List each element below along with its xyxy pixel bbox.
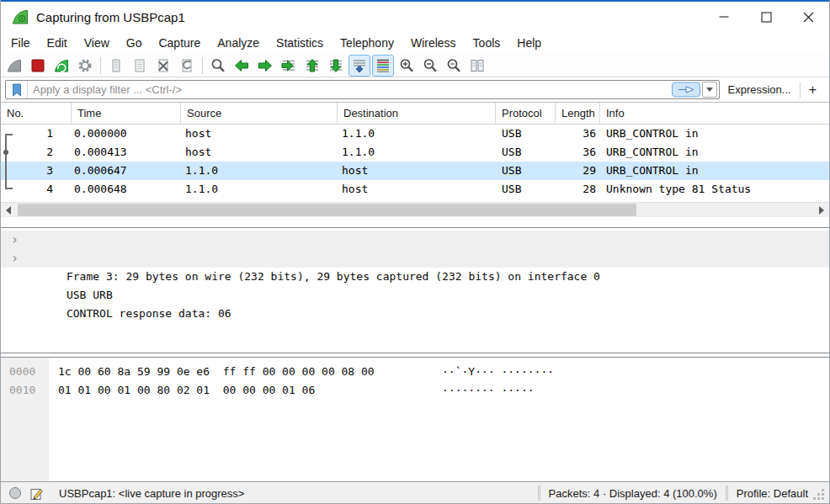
add-filter-button[interactable]: + [801,82,825,98]
column-header-info[interactable]: Info [600,103,829,124]
column-header-destination[interactable]: Destination [338,103,496,124]
menu-wireless[interactable]: Wireless [402,32,465,54]
statusbar-separator [726,485,728,501]
cell-time: 0.000647 [72,162,181,180]
detail-text: CONTROL response data: 06 [67,307,231,320]
zoom-out-button[interactable] [420,56,440,76]
cell-info: URB_CONTROL in [600,143,829,162]
hex-ascii-text: ········ ····· [442,381,535,400]
expand-arrow-icon[interactable]: › [11,231,19,249]
cell-destination: host [338,162,496,180]
go-forward-button[interactable] [255,56,275,76]
resize-columns-button[interactable] [467,56,487,76]
packet-bytes-pane: 0000 1c 00 60 8a 59 99 0e e6 ff ff 00 00… [1,357,829,481]
column-header-time[interactable]: Time [72,103,181,124]
open-file-button[interactable] [106,56,126,76]
find-packet-button[interactable] [208,56,228,76]
back-arrow-icon [233,57,250,74]
close-file-button[interactable] [153,56,173,76]
statusbar-separator [538,485,540,501]
cell-destination: host [338,180,496,199]
detail-row-control-response[interactable]: CONTROL response data: 06 [1,268,829,286]
close-button[interactable] [787,2,829,32]
stop-capture-button[interactable] [28,56,48,76]
hex-line-0000[interactable]: 0000 1c 00 60 8a 59 99 0e e6 ff ff 00 00… [1,363,829,381]
packet-row-1[interactable]: 1 0.000000 host 1.1.0 USB 36 URB_CONTROL… [1,125,829,143]
close-icon [803,12,814,23]
menu-tools[interactable]: Tools [465,32,509,54]
display-filter-input[interactable] [28,83,671,96]
capture-comment-button[interactable] [29,486,44,501]
capture-options-button[interactable] [75,56,95,76]
column-header-no[interactable]: No. [1,103,72,124]
menu-help[interactable]: Help [508,32,550,54]
expand-arrow-icon[interactable]: › [11,249,19,268]
restart-capture-button[interactable] [51,56,72,76]
column-header-source[interactable]: Source [181,103,338,124]
minimize-icon [719,12,729,22]
detail-row-frame[interactable]: › Frame 3: 29 bytes on wire (232 bits), … [1,231,829,249]
expression-button[interactable]: Expression... [728,83,791,96]
packet-row-3-selected[interactable]: 3 0.000647 1.1.0 host USB 29 URB_CONTROL… [1,162,829,180]
menu-view[interactable]: View [76,32,118,54]
menu-analyze[interactable]: Analyze [209,32,268,54]
stop-capture-icon [29,57,46,74]
horizontal-scrollbar[interactable] [1,202,829,217]
column-header-length[interactable]: Length [556,103,600,124]
find-icon [210,57,226,74]
menu-statistics[interactable]: Statistics [268,32,332,54]
go-to-packet-button[interactable] [279,56,299,76]
scrollbar-thumb[interactable] [18,204,636,216]
menu-telephony[interactable]: Telephony [332,32,402,54]
hex-offset-label: 0010 [9,381,35,400]
save-file-icon [131,57,148,74]
zoom-normal-button[interactable] [444,56,464,76]
packet-details-pane: › Frame 3: 29 bytes on wire (232 bits), … [1,227,829,353]
go-last-packet-button[interactable] [326,56,346,76]
cell-no: 1 [1,125,72,143]
hex-ascii-text: ··`·Y··· ········ [442,363,554,381]
reload-file-button[interactable] [177,56,197,76]
cell-length: 28 [556,180,600,199]
detail-row-usb-urb[interactable]: › USB URB [1,249,829,268]
zoom-out-icon [422,57,439,74]
menu-capture[interactable]: Capture [150,32,209,54]
display-filter-box [5,80,720,99]
packet-row-4[interactable]: 4 0.000648 1.1.0 host USB 28 Unknown typ… [1,180,829,199]
menu-edit[interactable]: Edit [39,32,76,54]
colorize-toggle[interactable] [373,56,393,76]
cell-length: 36 [556,125,600,143]
minimize-button[interactable] [703,2,745,32]
zoom-in-button[interactable] [396,56,417,76]
zoom-in-icon [398,57,415,74]
maximize-icon [761,12,772,23]
packet-row-2[interactable]: 2 0.000413 host 1.1.0 USB 36 URB_CONTROL… [1,143,829,162]
cell-length: 36 [556,143,600,162]
column-header-protocol[interactable]: Protocol [496,103,556,124]
scroll-left-button[interactable] [1,203,16,217]
go-back-button[interactable] [231,56,252,76]
apply-filter-button[interactable] [671,82,701,98]
expert-info-button[interactable] [8,486,22,500]
start-capture-button[interactable] [4,56,24,76]
maximize-button[interactable] [745,2,787,32]
scroll-right-button[interactable] [814,203,829,217]
cell-protocol: USB [496,162,556,180]
cell-time: 0.000648 [72,180,181,199]
save-file-button[interactable] [130,56,150,76]
toolbar-separator [202,57,203,74]
filter-dropdown-button[interactable] [702,82,717,98]
profile-button[interactable]: Profile: Default [737,487,808,500]
filter-bar: Expression... + [1,77,829,103]
auto-scroll-toggle[interactable] [349,56,370,76]
go-first-packet-button[interactable] [302,56,322,76]
open-file-icon [108,57,125,74]
menu-file[interactable]: File [3,32,39,54]
filter-bookmark-button[interactable] [6,81,28,98]
menu-go[interactable]: Go [118,32,151,54]
resize-grip[interactable] [813,489,827,502]
cell-no: 2 [1,143,72,162]
go-to-packet-icon [280,57,297,74]
hex-line-0010[interactable]: 0010 01 01 00 01 00 80 02 01 00 00 00 01… [1,381,829,400]
pane-splitter[interactable] [1,217,829,227]
